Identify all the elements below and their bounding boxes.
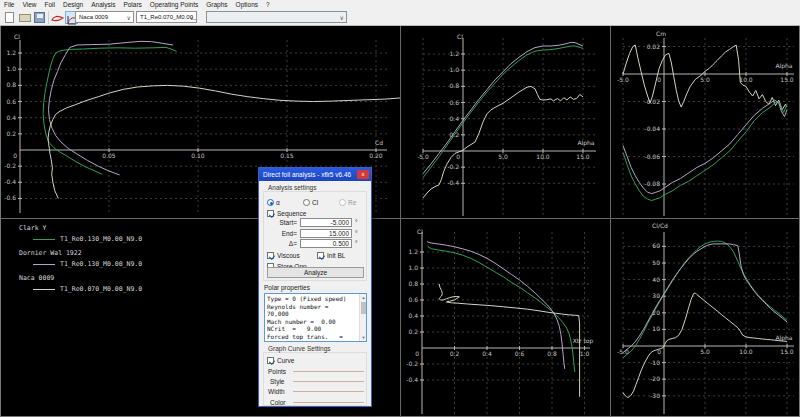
menu-file[interactable]: File (0, 0, 18, 9)
delta-unit: ° (355, 239, 358, 248)
polar-select-value: T1_Re0.070_M0.00_N9.0 (140, 14, 197, 20)
svg-text:Cl/Cd: Cl/Cd (652, 222, 668, 229)
svg-text:1.2: 1.2 (449, 50, 459, 57)
pane-divider[interactable] (1, 218, 800, 219)
svg-text:Alpha: Alpha (577, 139, 594, 147)
pane-divider[interactable] (400, 26, 401, 417)
menu-help[interactable]: ? (262, 0, 274, 9)
polar-select[interactable]: T1_Re0.070_M0.00_N9.0 ∨ (136, 11, 197, 23)
svg-text:0.4: 0.4 (6, 114, 16, 121)
color-line-preview (293, 402, 364, 403)
graph-clcd-vs-alpha: -5.05.010.015.0605040302010-10-20-300Alp… (610, 218, 800, 417)
analyze-button[interactable]: Analyze (267, 267, 364, 278)
chevron-down-icon: ∨ (340, 14, 344, 22)
delta-input[interactable]: 0.500 (300, 239, 352, 248)
radio-re-icon (339, 199, 346, 206)
svg-text:-0.04: -0.04 (644, 125, 660, 132)
sequence-checkbox-icon (267, 210, 274, 217)
menu-foil[interactable]: Foil (40, 0, 58, 9)
start-input[interactable]: -5.000 (300, 218, 352, 227)
menu-graphs[interactable]: Graphs (202, 0, 231, 9)
svg-text:0: 0 (657, 76, 661, 83)
points-line-preview (293, 371, 364, 372)
svg-text:0.20: 0.20 (369, 152, 383, 159)
init-bl-checkbox[interactable]: Init BL (317, 251, 345, 260)
foil-select[interactable]: Naca 0009 ∨ (75, 11, 134, 23)
menu-operating-points[interactable]: Operating Points (146, 0, 202, 9)
svg-text:-0.02: -0.02 (644, 98, 660, 105)
graph-cl-vs-alpha: -5.05.010.015.01.21.00.80.60.40.2-0.2-0.… (400, 26, 610, 218)
radio-cl[interactable]: Cl (303, 198, 318, 207)
svg-text:30: 30 (652, 292, 660, 299)
color-style-row[interactable]: Color (259, 398, 371, 407)
end-input[interactable]: 15.000 (300, 229, 352, 238)
menu-design[interactable]: Design (59, 0, 87, 9)
save-icon[interactable] (34, 12, 45, 23)
svg-text:0.8: 0.8 (6, 81, 16, 88)
svg-text:Cl: Cl (14, 33, 20, 40)
foil-design-icon[interactable] (51, 11, 64, 24)
svg-text:0: 0 (13, 152, 17, 159)
svg-text:-20: -20 (650, 375, 660, 382)
style-label: Style (270, 377, 284, 386)
svg-text:1.2: 1.2 (6, 49, 16, 56)
svg-text:0.6: 0.6 (408, 296, 418, 303)
radio-alpha[interactable]: α (267, 198, 280, 207)
menu-analysis[interactable]: Analysis (87, 0, 119, 9)
menu-polars[interactable]: Polars (119, 0, 145, 9)
svg-text:15.0: 15.0 (780, 76, 794, 83)
svg-text:Alpha: Alpha (775, 62, 792, 70)
curve-checkbox-icon (267, 357, 274, 364)
start-unit: ° (355, 218, 358, 227)
svg-text:15.0: 15.0 (576, 153, 590, 160)
scroll-thumb[interactable] (361, 302, 366, 314)
width-line-preview (293, 391, 364, 392)
toolbar: Naca 0009 ∨ T1_Re0.070_M0.00_N9.0 ∨ ∨ (0, 9, 800, 26)
curve-checkbox[interactable]: Curve (267, 356, 294, 365)
svg-text:0.2: 0.2 (408, 328, 418, 335)
viscous-checkbox-icon (267, 252, 274, 259)
scroll-down-icon[interactable]: ▼ (360, 334, 367, 341)
svg-text:-0.2: -0.2 (447, 163, 459, 170)
viscous-checkbox[interactable]: Viscous (267, 251, 300, 260)
dialog-title-bar[interactable]: Direct foil analysis - xflr5 v6.46 x (259, 168, 371, 181)
svg-text:0.10: 0.10 (191, 152, 205, 159)
menu-view[interactable]: View (18, 0, 40, 9)
svg-text:-0.4: -0.4 (406, 376, 418, 383)
dialog-title: Direct foil analysis - xflr5 v6.46 (263, 171, 351, 178)
open-file-icon[interactable] (19, 14, 31, 22)
close-icon[interactable]: x (357, 170, 369, 179)
svg-text:40: 40 (652, 276, 660, 283)
graph-cm-vs-alpha: -5.05.010.015.00.02-0.02-0.04-0.06-0.080… (610, 26, 800, 218)
svg-text:60: 60 (652, 242, 660, 249)
svg-text:0.6: 0.6 (449, 99, 459, 106)
style-style-row[interactable]: Style (259, 377, 371, 386)
points-style-row[interactable]: Points (259, 367, 371, 376)
width-style-row[interactable]: Width (259, 387, 371, 396)
svg-text:1.0: 1.0 (408, 264, 418, 271)
operating-point-select[interactable]: ∨ (206, 11, 347, 23)
menu-bar: FileViewFoilDesignAnalysisPolarsOperatin… (0, 0, 800, 9)
pane-divider[interactable] (610, 26, 611, 417)
svg-text:-5.0: -5.0 (417, 153, 429, 160)
radio-alpha-icon (267, 199, 274, 206)
scroll-up-icon[interactable]: ▲ (360, 294, 367, 301)
graph-workspace: 0.050.100.150.201.21.00.80.60.40.2-0.2-0… (0, 26, 800, 417)
menu-options[interactable]: Options (232, 0, 262, 9)
svg-text:0.05: 0.05 (102, 152, 116, 159)
svg-text:-30: -30 (650, 392, 660, 399)
radio-re[interactable]: Re (339, 198, 356, 207)
svg-text:10: 10 (652, 325, 660, 332)
svg-text:-0.4: -0.4 (447, 179, 459, 186)
svg-text:5.0: 5.0 (498, 153, 508, 160)
new-document-icon[interactable] (5, 12, 14, 23)
chevron-down-icon: ∨ (190, 14, 194, 22)
sequence-checkbox[interactable]: Sequence (267, 209, 306, 218)
svg-text:5.0: 5.0 (700, 76, 710, 83)
graph-cl-vs-xtrtop: 0.20.40.60.81.01.21.00.80.60.40.2-0.2-0.… (400, 218, 610, 417)
scrollbar[interactable]: ▲ ▼ (359, 294, 366, 341)
svg-text:15.0: 15.0 (780, 348, 794, 355)
svg-text:10.0: 10.0 (739, 348, 753, 355)
delta-label: Δ= (261, 239, 297, 248)
svg-text:Cd: Cd (375, 139, 383, 146)
